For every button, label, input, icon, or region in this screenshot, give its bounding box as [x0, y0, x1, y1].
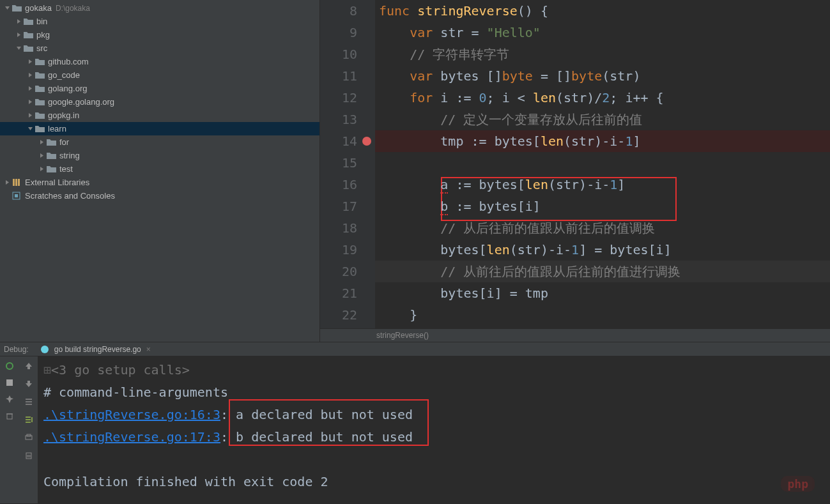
up-icon[interactable] [23, 360, 35, 372]
down-icon[interactable] [23, 378, 35, 390]
folder-icon [24, 44, 33, 52]
tree-item-go-code[interactable]: go_code [0, 68, 319, 82]
chevron-icon [15, 32, 22, 38]
code-line[interactable]: // 定义一个变量存放从后往前的值 [375, 109, 830, 130]
gutter: 8910111213141516171819202122 [320, 0, 375, 328]
line-number[interactable]: 9 [320, 22, 375, 43]
chevron-icon [4, 193, 10, 199]
svg-rect-1 [15, 179, 17, 186]
code-line[interactable]: // 字符串转字节 [375, 43, 830, 65]
code-line[interactable]: func stringReverse() { [375, 0, 830, 22]
folder-icon [47, 138, 56, 146]
folder-icon [12, 4, 22, 12]
code-line[interactable]: bytes[len(str)-i-1] = bytes[i] [375, 239, 830, 261]
code-line[interactable] [375, 152, 830, 174]
line-number[interactable]: 22 [320, 304, 375, 326]
chevron-icon [38, 139, 45, 146]
tree-item-scratches-and-consoles[interactable]: Scratches and Consoles [0, 189, 319, 202]
tree-item-gokaka[interactable]: gokakaD:\gokaka [0, 1, 319, 15]
bug-icon[interactable] [4, 360, 15, 372]
code-line[interactable]: var str = "Hello" [375, 22, 830, 43]
stop-icon[interactable] [4, 377, 15, 388]
code-line[interactable]: // 从后往前的值跟从前往后的值调换 [375, 217, 830, 239]
close-icon[interactable]: × [146, 345, 151, 354]
chevron-icon [27, 112, 33, 119]
tree-item-bin[interactable]: bin [0, 15, 319, 28]
line-number[interactable]: 11 [320, 65, 375, 87]
chevron-icon [15, 19, 22, 25]
chevron-icon [27, 72, 33, 79]
highlight-box-console [229, 399, 429, 446]
project-tree: gokakaD:\gokakabinpkgsrcgithub.comgo_cod… [0, 0, 320, 342]
line-number[interactable]: 21 [320, 282, 375, 304]
tree-item-golang-org[interactable]: golang.org [0, 82, 319, 95]
folder-icon [35, 57, 45, 66]
print-icon[interactable] [23, 432, 35, 443]
code-editor: 8910111213141516171819202122 func string… [320, 0, 830, 342]
watermark: php [781, 476, 815, 492]
svg-rect-7 [6, 379, 13, 386]
folder-icon [35, 71, 45, 79]
svg-point-6 [6, 363, 13, 369]
line-number[interactable]: 20 [320, 261, 375, 282]
error-link-2[interactable]: .\stringReverse.go:17:3 [43, 429, 220, 445]
code-line[interactable]: a := bytes[len(str)-i-1] [375, 174, 830, 195]
code-area[interactable]: func stringReverse() { var str = "Hello"… [375, 0, 830, 328]
tree-item-src[interactable]: src [0, 42, 319, 55]
folder-icon [12, 178, 22, 187]
line-number[interactable]: 15 [320, 152, 375, 174]
line-number[interactable]: 10 [320, 43, 375, 65]
chevron-icon [4, 179, 10, 186]
breadcrumb: stringReverse() [320, 328, 830, 342]
go-icon [39, 344, 50, 355]
chevron-icon [15, 45, 22, 52]
line-number[interactable]: 19 [320, 239, 375, 261]
pin-icon[interactable] [4, 393, 15, 405]
folder-icon [35, 98, 45, 106]
scroll-icon[interactable] [23, 414, 35, 425]
code-line[interactable]: // 从前往后的值跟从后往前的值进行调换 [375, 261, 830, 282]
chevron-icon [27, 126, 33, 132]
line-number[interactable]: 16 [320, 174, 375, 195]
tree-item-gopkg-in[interactable]: gopkg.in [0, 109, 319, 122]
tree-item-test[interactable]: test [0, 162, 319, 176]
line-number[interactable]: 18 [320, 217, 375, 239]
trash-icon[interactable] [4, 410, 15, 422]
line-number[interactable]: 14 [320, 130, 375, 152]
folder-icon [47, 151, 56, 160]
debug-gutter-actions [19, 356, 38, 503]
debug-tab[interactable]: go build stringReverse.go × [39, 344, 151, 355]
tree-item-external-libraries[interactable]: External Libraries [0, 176, 319, 189]
tree-item-google-golang-org[interactable]: google.golang.org [0, 95, 319, 109]
code-line[interactable]: b := bytes[i] [375, 195, 830, 217]
tree-item-github-com[interactable]: github.com [0, 55, 319, 68]
svg-point-5 [41, 346, 49, 353]
tree-item-for[interactable]: for [0, 135, 319, 149]
tree-item-pkg[interactable]: pkg [0, 28, 319, 42]
code-line[interactable]: var bytes []byte = []byte(str) [375, 65, 830, 87]
line-number[interactable]: 17 [320, 195, 375, 217]
debug-label: Debug: [4, 345, 29, 354]
console-output[interactable]: ⊞<3 go setup calls> # command-line-argum… [38, 356, 830, 503]
code-line[interactable]: bytes[i] = tmp [375, 282, 830, 304]
code-line[interactable]: for i := 0; i < len(str)/2; i++ { [375, 87, 830, 109]
folder-icon [12, 192, 22, 200]
wrap-icon[interactable] [23, 396, 35, 408]
line-number[interactable]: 8 [320, 0, 375, 22]
error-link-1[interactable]: .\stringReverse.go:16:3 [43, 407, 220, 422]
debug-gutter-left [0, 356, 19, 503]
chevron-icon [27, 59, 33, 65]
tree-item-learn[interactable]: learn [0, 122, 319, 135]
clear-icon[interactable] [23, 450, 35, 461]
line-number[interactable]: 13 [320, 109, 375, 130]
line-number[interactable]: 12 [320, 87, 375, 109]
code-line[interactable]: } [375, 304, 830, 326]
chevron-icon [27, 99, 33, 105]
svg-rect-4 [15, 194, 18, 197]
folder-icon [24, 31, 33, 39]
debug-toolbar: Debug: go build stringReverse.go × [0, 342, 830, 356]
tree-item-string[interactable]: string [0, 149, 319, 162]
chevron-icon [38, 153, 45, 159]
folder-icon [47, 165, 56, 173]
code-line[interactable]: tmp := bytes[len(str)-i-1] [375, 130, 830, 152]
